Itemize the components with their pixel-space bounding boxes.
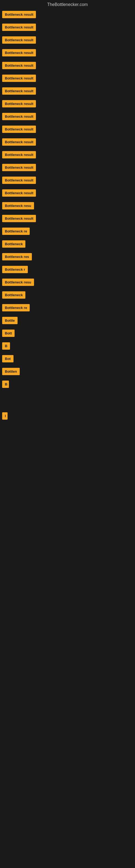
list-item: Bottleneck result <box>0 213 135 225</box>
bottleneck-result-badge: Bottleneck res <box>2 253 32 260</box>
list-item: Bottleneck r <box>0 264 135 276</box>
bottleneck-result-badge: Bottleneck re <box>2 304 30 311</box>
list-item: Bottleneck result <box>0 150 135 161</box>
bottleneck-result-badge: Bot <box>2 355 13 362</box>
list-item: Bottleneck result <box>0 98 135 110</box>
list-item: Bottleneck result <box>0 60 135 72</box>
list-item: Bottleneck resu <box>0 200 135 212</box>
bottleneck-result-badge: Bottleneck re <box>2 227 30 235</box>
list-item: Bottleneck <box>0 290 135 301</box>
list-item: Bott <box>0 328 135 340</box>
bottleneck-result-badge: Bottleneck result <box>2 11 36 18</box>
bottleneck-result-badge: Bottleneck result <box>2 113 36 120</box>
bottleneck-result-badge: Bottleneck result <box>2 189 36 197</box>
list-item: Bottleneck result <box>0 35 135 46</box>
bottleneck-result-badge: Bottleneck result <box>2 164 36 171</box>
bottleneck-result-badge: Bottleneck <box>2 291 26 299</box>
bottleneck-result-badge: Bottleneck result <box>2 126 36 133</box>
bottleneck-result-badge: Bott <box>2 330 14 337</box>
bottleneck-result-badge: Bottleneck result <box>2 151 36 158</box>
bottleneck-result-badge: B <box>2 380 9 388</box>
bottleneck-result-badge: B <box>2 342 10 350</box>
bottleneck-result-badge: Bottleneck result <box>2 49 36 56</box>
bottleneck-result-badge: Bottleneck result <box>2 138 36 146</box>
list-item: B <box>0 341 135 352</box>
bottleneck-result-badge: Bottleneck resu <box>2 279 34 286</box>
bottleneck-result-badge: Bottleneck result <box>2 215 36 222</box>
list-item: Bottleneck resu <box>0 277 135 289</box>
bottleneck-result-badge: Bottleneck result <box>2 36 36 44</box>
bottleneck-result-badge: Bottleneck result <box>2 100 36 107</box>
site-title: TheBottlenecker.com <box>0 0 135 9</box>
bottleneck-list: Bottleneck resultBottleneck resultBottle… <box>0 9 135 461</box>
list-item: Bot <box>0 353 135 365</box>
list-item: Bottleneck result <box>0 48 135 59</box>
list-item: Bottleneck re <box>0 303 135 314</box>
list-item: Bottleneck result <box>0 86 135 97</box>
bottleneck-result-badge: Bottle <box>2 317 17 324</box>
list-item: Bottleneck result <box>0 111 135 123</box>
list-item: Bottleneck result <box>0 124 135 135</box>
bottleneck-result-badge: Bottleneck result <box>2 177 36 184</box>
list-item: Bottleneck result <box>0 137 135 148</box>
bottleneck-result-badge: Bottleneck r <box>2 266 28 273</box>
bottleneck-result-badge: Bottlen <box>2 368 20 375</box>
list-item: Bottleneck result <box>0 73 135 85</box>
list-item: Bottleneck result <box>0 162 135 174</box>
bottleneck-result-badge: Bottleneck result <box>2 24 36 31</box>
bottleneck-result-badge: Bottleneck <box>2 240 26 248</box>
bottleneck-result-badge: I <box>2 412 8 420</box>
bottleneck-result-badge: Bottleneck result <box>2 74 36 82</box>
list-item: I <box>0 411 135 422</box>
list-item: Bottleneck result <box>0 22 135 34</box>
bottleneck-result-badge: Bottleneck result <box>2 87 36 95</box>
list-item: Bottleneck result <box>0 9 135 21</box>
list-item: Bottle <box>0 315 135 327</box>
list-item: Bottleneck res <box>0 251 135 263</box>
list-item: Bottleneck <box>0 239 135 250</box>
bottleneck-result-badge: Bottleneck resu <box>2 202 34 209</box>
bottleneck-result-badge: Bottleneck result <box>2 62 36 69</box>
list-item: Bottleneck result <box>0 175 135 187</box>
list-item: Bottleneck result <box>0 188 135 199</box>
list-item: Bottlen <box>0 366 135 378</box>
list-item: B <box>0 379 135 391</box>
list-item: Bottleneck re <box>0 226 135 238</box>
